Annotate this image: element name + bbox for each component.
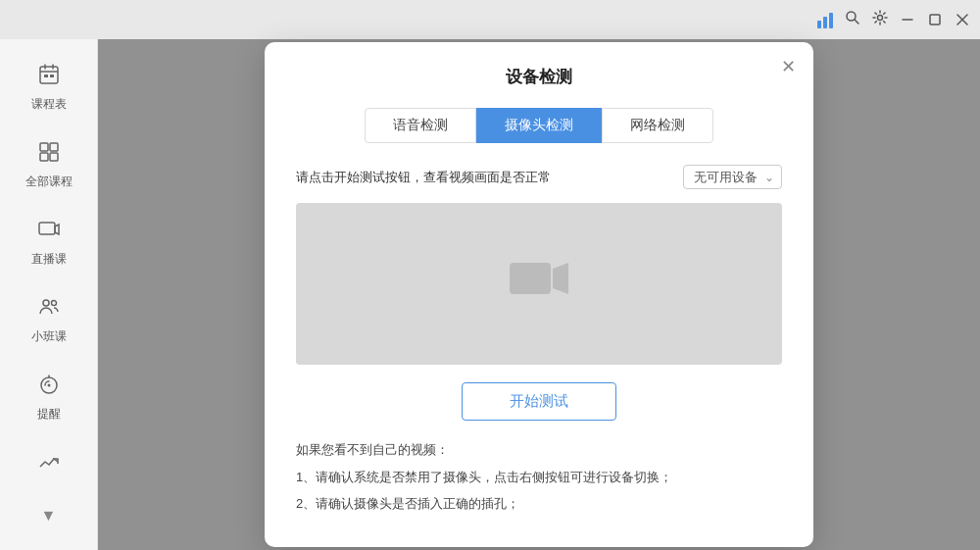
close-button[interactable] [955, 12, 970, 27]
svg-marker-26 [553, 263, 568, 294]
video-preview [296, 203, 782, 365]
help-text: 如果您看不到自己的视频： 1、请确认系统是否禁用了摄像头，点击右侧按钮可进行设备… [296, 438, 782, 515]
tab-audio[interactable]: 语音检测 [365, 108, 476, 143]
sidebar-item-reminder[interactable]: 提醒 [0, 359, 97, 436]
modal-close-button[interactable]: ✕ [781, 58, 796, 75]
device-select-wrapper[interactable]: 无可用设备 [683, 165, 782, 189]
help-title: 如果您看不到自己的视频： [296, 438, 782, 461]
chevron-down-icon: ▼ [41, 507, 57, 525]
svg-point-19 [43, 300, 49, 306]
titlebar [0, 0, 980, 39]
svg-point-20 [51, 301, 56, 306]
tab-network[interactable]: 网络检测 [602, 108, 713, 143]
svg-rect-17 [39, 223, 55, 234]
sidebar-item-small-class[interactable]: 小班课 [0, 281, 97, 359]
sidebar-item-live-label: 直播课 [31, 251, 67, 268]
svg-line-1 [855, 20, 858, 24]
svg-rect-13 [40, 143, 48, 151]
sidebar-item-live[interactable]: 直播课 [0, 204, 97, 281]
svg-rect-14 [50, 143, 58, 151]
svg-rect-11 [44, 75, 48, 77]
sidebar-item-down[interactable]: ▼ [0, 493, 97, 538]
sidebar-item-stats[interactable] [0, 436, 97, 493]
live-icon [37, 218, 61, 247]
svg-marker-18 [55, 225, 59, 234]
reminder-icon [37, 373, 61, 402]
svg-point-2 [878, 16, 883, 21]
schedule-icon [37, 63, 61, 92]
help-item-1: 1、请确认系统是否禁用了摄像头，点击右侧按钮可进行设备切换； [296, 466, 782, 488]
small-class-icon [37, 295, 61, 325]
svg-rect-25 [510, 263, 551, 294]
svg-rect-7 [40, 67, 58, 83]
modal-tabs: 语音检测 摄像头检测 网络检测 [296, 108, 782, 143]
device-select[interactable]: 无可用设备 [683, 165, 782, 189]
all-courses-icon [37, 140, 61, 170]
maximize-button[interactable] [927, 12, 943, 27]
sidebar-item-schedule[interactable]: 课程表 [0, 49, 97, 126]
svg-rect-15 [40, 153, 48, 161]
stats-icon [37, 450, 61, 479]
sidebar-item-all-courses[interactable]: 全部课程 [0, 126, 97, 204]
description-row: 请点击开始测试按钮，查看视频画面是否正常 无可用设备 [296, 165, 782, 189]
avatar-item[interactable]: 182****7521 [0, 538, 97, 550]
modal-overlay: ✕ 设备检测 语音检测 摄像头检测 网络检测 请点击开始测试按钮，查看视频画面是… [98, 39, 980, 550]
minimize-button[interactable] [900, 12, 915, 27]
svg-point-22 [47, 384, 50, 387]
help-item-2: 2、请确认摄像头是否插入正确的插孔； [296, 492, 782, 515]
sidebar: 课程表 全部课程 直播课 [0, 39, 98, 550]
svg-rect-16 [50, 153, 58, 161]
main-content: ✕ 设备检测 语音检测 摄像头检测 网络检测 请点击开始测试按钮，查看视频画面是… [98, 39, 980, 550]
sidebar-item-small-class-label: 小班课 [31, 328, 67, 345]
tab-camera[interactable]: 摄像头检测 [476, 108, 602, 143]
signal-icon [817, 11, 833, 28]
sidebar-item-schedule-label: 课程表 [31, 96, 67, 113]
camera-icon [508, 255, 570, 313]
sidebar-item-all-courses-label: 全部课程 [25, 174, 73, 190]
modal-dialog: ✕ 设备检测 语音检测 摄像头检测 网络检测 请点击开始测试按钮，查看视频画面是… [265, 42, 813, 546]
search-icon[interactable] [845, 10, 860, 29]
svg-rect-4 [930, 15, 940, 25]
modal-title: 设备检测 [296, 66, 782, 88]
settings-icon[interactable] [872, 10, 888, 29]
svg-rect-12 [50, 75, 54, 77]
start-test-button[interactable]: 开始测试 [462, 382, 616, 421]
description-text: 请点击开始测试按钮，查看视频画面是否正常 [296, 169, 551, 186]
sidebar-item-reminder-label: 提醒 [37, 406, 61, 423]
sidebar-bottom: ▼ 182****7521 [0, 493, 97, 550]
